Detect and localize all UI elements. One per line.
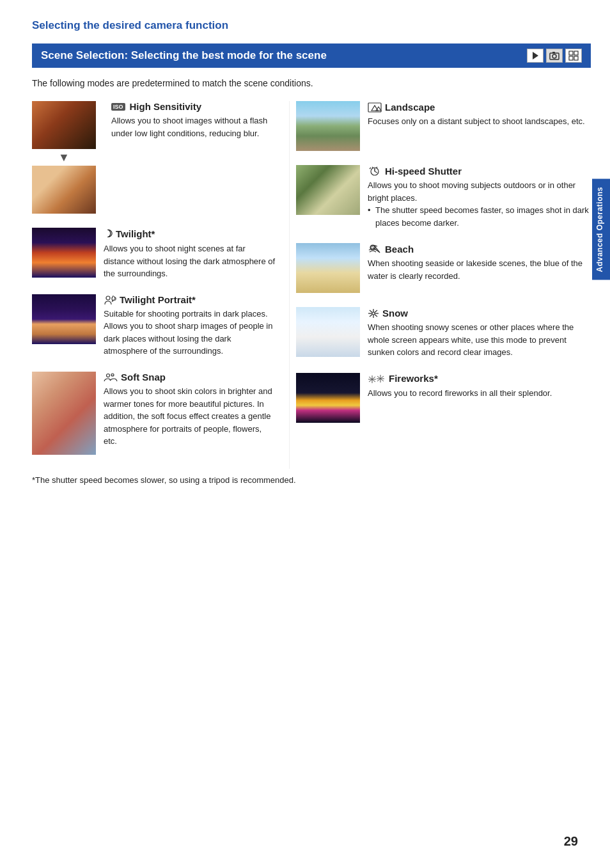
hi-speed-desc: Allows you to shoot moving subjects outd… <box>368 179 591 204</box>
footer-note: *The shutter speed becomes slower, so us… <box>32 475 591 485</box>
hi-speed-content: Hi-speed Shutter Allows you to shoot mov… <box>368 165 591 229</box>
high-sens-image-1 <box>32 101 96 149</box>
feature-twilight: ☽ Twilight* Allows you to shoot night sc… <box>32 228 276 280</box>
feature-soft-snap: Soft Snap Allows you to shoot skin color… <box>32 372 276 455</box>
feature-snow: Snow When shooting snowy scenes or other… <box>296 307 591 359</box>
snow-icon <box>368 307 379 319</box>
svg-line-37 <box>369 379 372 382</box>
high-sens-content: ISO High Sensitivity Allows you to shoot… <box>111 101 276 139</box>
top-heading: Selecting the desired camera function <box>32 19 591 32</box>
svg-rect-4 <box>569 51 573 55</box>
soft-snap-icon <box>104 372 118 383</box>
beach-content: Beach When shooting seaside or lakeside … <box>368 243 591 282</box>
svg-line-39 <box>369 377 372 379</box>
svg-line-42 <box>380 376 384 379</box>
twilight-content: ☽ Twilight* Allows you to shoot night sc… <box>104 228 276 280</box>
high-sens-title: ISO High Sensitivity <box>111 101 276 112</box>
snow-title: Snow <box>368 307 591 319</box>
twilight-portrait-title: ☽ Twilight Portrait* <box>104 294 276 305</box>
high-sens-desc: Allows you to shoot images without a fla… <box>111 114 276 139</box>
svg-point-30 <box>372 312 375 315</box>
page-number: 29 <box>564 834 578 849</box>
twilight-icon: ☽ <box>104 228 113 240</box>
svg-point-2 <box>552 54 556 58</box>
beach-desc: When shooting seaside or lakeside scenes… <box>368 257 591 282</box>
feature-beach: Beach When shooting seaside or lakeside … <box>296 243 591 293</box>
snow-image <box>296 307 360 357</box>
landscape-title: Landscape <box>368 101 591 113</box>
section-title-icons <box>527 49 582 63</box>
soft-snap-content: Soft Snap Allows you to shoot skin color… <box>104 372 276 448</box>
landscape-icon <box>368 101 382 113</box>
fireworks-icon <box>368 373 386 384</box>
svg-line-44 <box>380 379 384 381</box>
fireworks-title: Fireworks* <box>368 373 591 384</box>
fireworks-content: Fireworks* Allows you to record firework… <box>368 373 591 400</box>
feature-twilight-portrait: ☽ Twilight Portrait* Suitable for shooti… <box>32 294 276 358</box>
twilight-portrait-desc: Suitable for shooting portraits in dark … <box>104 308 276 358</box>
twilight-image <box>32 228 96 278</box>
hi-speed-title: Hi-speed Shutter <box>368 165 591 177</box>
hi-speed-note: The shutter speed becomes faster, so ima… <box>368 204 591 229</box>
feature-hi-speed: Hi-speed Shutter Allows you to shoot mov… <box>296 165 591 229</box>
high-sens-image-2 <box>32 166 96 214</box>
svg-point-12 <box>112 374 113 375</box>
twilight-portrait-content: ☽ Twilight Portrait* Suitable for shooti… <box>104 294 276 358</box>
twilight-desc: Allows you to shoot night scenes at far … <box>104 242 276 280</box>
feature-landscape: Landscape Focuses only on a distant subj… <box>296 101 591 151</box>
svg-line-33 <box>372 377 375 379</box>
feature-fireworks: Fireworks* Allows you to record firework… <box>296 373 591 423</box>
hi-speed-image <box>296 165 360 215</box>
beach-icon <box>368 243 382 255</box>
beach-image <box>296 243 360 293</box>
feature-high-sensitivity: ▼ ISO High Sensitivity Allows you to sho… <box>32 101 276 214</box>
svg-marker-0 <box>533 52 538 59</box>
svg-rect-7 <box>574 56 578 60</box>
icon-play[interactable] <box>527 49 544 63</box>
svg-point-8 <box>106 296 110 300</box>
svg-line-46 <box>377 379 380 381</box>
svg-point-10 <box>107 374 110 377</box>
page-container: Selecting the desired camera function Sc… <box>0 0 610 868</box>
svg-line-18 <box>375 171 377 173</box>
svg-line-35 <box>372 379 375 382</box>
left-column: ▼ ISO High Sensitivity Allows you to sho… <box>32 101 289 469</box>
snow-content: Snow When shooting snowy scenes or other… <box>368 307 591 359</box>
main-content: ▼ ISO High Sensitivity Allows you to sho… <box>32 101 591 469</box>
icon-camera[interactable] <box>546 49 563 63</box>
landscape-desc: Focuses only on a distant subject to sho… <box>368 115 591 128</box>
twilight-portrait-image <box>32 294 96 344</box>
right-column: Landscape Focuses only on a distant subj… <box>289 101 591 469</box>
side-tab: Advanced Operations <box>592 179 610 280</box>
svg-line-48 <box>377 376 380 379</box>
fireworks-image <box>296 373 360 423</box>
intro-text: The following modes are predetermined to… <box>32 78 591 88</box>
svg-text:☽: ☽ <box>112 296 116 302</box>
section-title-text: Scene Selection: Selecting the best mode… <box>41 49 327 62</box>
snow-desc: When shooting snowy scenes or other plac… <box>368 321 591 359</box>
soft-snap-title: Soft Snap <box>104 372 276 383</box>
svg-rect-6 <box>569 56 573 60</box>
svg-rect-3 <box>552 52 555 54</box>
icon-grid[interactable] <box>565 49 582 63</box>
soft-snap-image <box>32 372 96 455</box>
arrow-down-icon: ▼ <box>32 152 96 163</box>
iso-icon: ISO <box>111 103 125 111</box>
svg-rect-5 <box>574 51 578 55</box>
landscape-content: Landscape Focuses only on a distant subj… <box>368 101 591 128</box>
landscape-image <box>296 101 360 151</box>
section-title-bar: Scene Selection: Selecting the best mode… <box>32 43 591 68</box>
fireworks-desc: Allows you to record fireworks in all th… <box>368 387 591 400</box>
soft-snap-desc: Allows you to shoot skin colors in brigh… <box>104 385 276 448</box>
twilight-title: ☽ Twilight* <box>104 228 276 240</box>
high-sens-images: ▼ <box>32 101 96 214</box>
hi-speed-icon <box>368 165 382 177</box>
twilight-portrait-icon: ☽ <box>104 294 116 305</box>
beach-title: Beach <box>368 243 591 255</box>
